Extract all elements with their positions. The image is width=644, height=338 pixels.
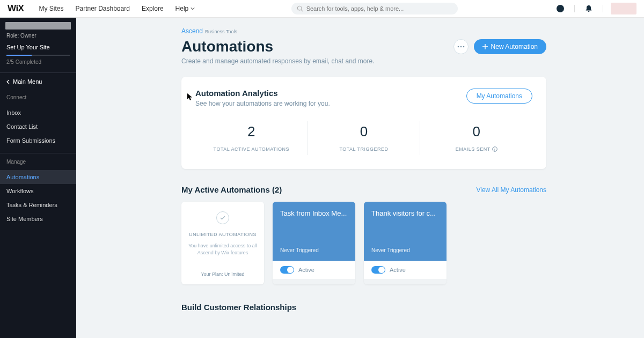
more-actions-button[interactable] [453, 39, 469, 54]
chevron-down-icon [191, 6, 195, 11]
search-input[interactable] [291, 3, 458, 14]
new-automation-label: New Automation [491, 43, 538, 50]
stat-total-triggered: 0 TOTAL TRIGGERED [308, 121, 421, 155]
stat-value: 0 [420, 123, 532, 140]
info-icon[interactable]: i [492, 146, 497, 152]
ellipsis-icon [457, 46, 465, 48]
bell-icon[interactable] [582, 2, 595, 15]
plus-icon [482, 44, 488, 49]
progress-text: 2/5 Completed [0, 59, 76, 72]
setup-progress [6, 55, 70, 56]
wix-logo[interactable]: WiX [8, 3, 24, 14]
role-label: Role: Owner [0, 33, 76, 44]
avatar[interactable] [611, 3, 636, 14]
stat-value: 0 [308, 123, 420, 140]
sidebar-item-tasks-reminders[interactable]: Tasks & Reminders [0, 198, 76, 212]
plan-card: UNLIMITED AUTOMATIONS You have unlimited… [181, 202, 264, 284]
section-connect-header: Connect [0, 94, 76, 106]
sidebar-divider [0, 153, 76, 153]
stat-label: EMAILS SENT i [456, 146, 497, 152]
svg-point-5 [463, 46, 464, 48]
svg-point-2 [557, 5, 564, 12]
setup-link[interactable]: Set Up Your Site [0, 44, 76, 55]
automation-card[interactable]: Task from Inbox Me... Never Triggered Ac… [273, 202, 355, 284]
sidebar-item-site-members[interactable]: Site Members [0, 212, 76, 226]
sidebar-item-workflows[interactable]: Workflows [0, 184, 76, 198]
search-wrap [291, 3, 458, 14]
page-subtitle: Create and manage automated responses by… [181, 57, 546, 65]
analytics-title: Automation Analytics [195, 89, 330, 98]
sidebar-item-contact-list[interactable]: Contact List [0, 120, 76, 134]
nav-explore[interactable]: Explore [142, 5, 164, 12]
topbar-right [554, 2, 636, 15]
automation-trigger: Never Triggered [371, 247, 439, 253]
toggle-label: Active [390, 267, 406, 273]
svg-point-4 [460, 46, 462, 48]
view-all-link[interactable]: View All My Automations [476, 186, 546, 194]
svg-point-0 [297, 6, 302, 10]
stat-emails-sent: 0 EMAILS SENT i [420, 121, 532, 155]
search-icon [297, 5, 303, 12]
svg-text:i: i [494, 148, 495, 151]
active-automations-title: My Active Automations (2) [181, 185, 282, 194]
stat-label: TOTAL ACTIVE AUTOMATIONS [214, 146, 290, 152]
stat-value: 2 [195, 123, 308, 140]
back-label: Main Menu [13, 78, 42, 85]
analytics-sub: See how your automations are working for… [195, 100, 330, 107]
divider [574, 5, 575, 12]
chevron-left-icon [6, 79, 10, 84]
nav-partner-dashboard[interactable]: Partner Dashboard [75, 5, 129, 12]
main-content: AscendBusiness Tools Automations New Aut… [76, 18, 644, 338]
toggle-label: Active [298, 267, 314, 273]
chat-icon[interactable] [554, 2, 567, 15]
nav-help-label: Help [175, 5, 189, 12]
main-menu-back[interactable]: Main Menu [0, 78, 76, 94]
page-title: Automations [181, 38, 273, 55]
plan-title: UNLIMITED AUTOMATIONS [189, 232, 257, 237]
nav-my-sites[interactable]: My Sites [39, 5, 63, 12]
svg-point-3 [457, 46, 459, 48]
build-relationships-title: Build Customer Relationships [181, 303, 546, 312]
automation-trigger: Never Triggered [280, 247, 348, 253]
divider [603, 5, 603, 12]
sidebar-item-inbox[interactable]: Inbox [0, 106, 76, 120]
topbar: WiX My Sites Partner Dashboard Explore H… [0, 0, 644, 18]
sidebar-item-form-submissions[interactable]: Form Submissions [0, 134, 76, 148]
active-toggle[interactable] [371, 266, 385, 274]
new-automation-button[interactable]: New Automation [474, 39, 546, 54]
stat-active-automations: 2 TOTAL ACTIVE AUTOMATIONS [195, 121, 308, 155]
sidebar-item-automations[interactable]: Automations [0, 170, 76, 184]
plan-footer: Your Plan: Unlimited [201, 271, 244, 277]
sidebar: Role: Owner Set Up Your Site 2/5 Complet… [0, 18, 76, 338]
topnav: My Sites Partner Dashboard Explore Help [39, 5, 195, 12]
analytics-card: Automation Analytics See how your automa… [181, 77, 546, 169]
section-manage-header: Manage [0, 159, 76, 170]
automation-title: Task from Inbox Me... [280, 209, 348, 217]
check-circle-icon [216, 211, 229, 224]
stat-label: TOTAL TRIGGERED [339, 146, 388, 152]
automation-card[interactable]: Thank visitors for c... Never Triggered … [364, 202, 447, 284]
svg-line-1 [301, 10, 303, 11]
ascend-logo: AscendBusiness Tools [181, 27, 546, 35]
sidebar-divider [0, 72, 76, 73]
site-name-placeholder [5, 22, 71, 30]
plan-desc: You have unlimited access to all Ascend … [188, 243, 258, 256]
my-automations-button[interactable]: My Automations [466, 89, 532, 104]
active-toggle[interactable] [280, 266, 294, 274]
automation-title: Thank visitors for c... [371, 209, 439, 217]
nav-help[interactable]: Help [175, 5, 195, 12]
